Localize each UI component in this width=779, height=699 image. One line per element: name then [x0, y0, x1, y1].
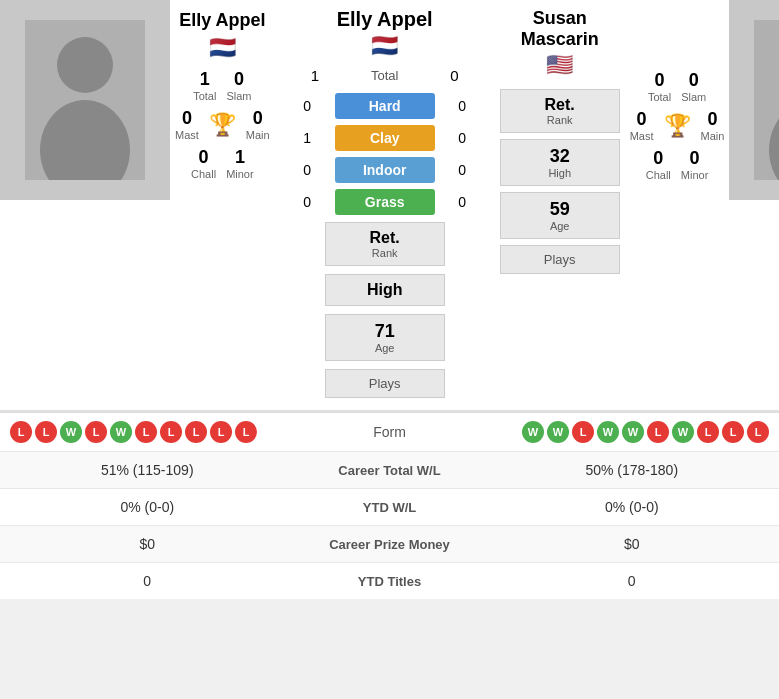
ytd-titles-label: YTD Titles — [280, 574, 500, 589]
player2-name-top: SusanMascarin — [521, 8, 599, 50]
ytd-wl-label: YTD W/L — [280, 500, 500, 515]
player2-main: 0 Main — [701, 109, 725, 142]
player1-career-wl: 51% (115-109) — [15, 462, 280, 478]
form-ball-r9: L — [722, 421, 744, 443]
player1-plays-box: Plays — [325, 369, 445, 398]
player1-ytd-wl: 0% (0-0) — [15, 499, 280, 515]
form-ball-7: L — [160, 421, 182, 443]
player2-chall: 0 Chall — [646, 148, 671, 181]
ytd-wl-row: 0% (0-0) YTD W/L 0% (0-0) — [0, 488, 779, 525]
player2-age-box: 59 Age — [500, 192, 620, 239]
player2-detail: 0 Total 0 Slam 0 Mast 🏆 0 Main — [625, 0, 730, 410]
form-ball-3: W — [60, 421, 82, 443]
prize-money-row: $0 Career Prize Money $0 — [0, 525, 779, 562]
clay-button: Clay — [335, 125, 435, 151]
form-ball-r4: W — [597, 421, 619, 443]
player1-main: 0 Main — [246, 108, 270, 141]
center-column: Elly Appel 🇳🇱 1 Total 0 0 Hard 0 1 Clay … — [275, 0, 495, 410]
ytd-titles-row: 0 YTD Titles 0 — [0, 562, 779, 599]
player1-trophy-icon: 🏆 — [209, 112, 236, 138]
form-row: L L W L W L L L L L Form W W L W W L W L… — [0, 412, 779, 451]
form-ball-2: L — [35, 421, 57, 443]
player1-total: 1 Total — [193, 69, 216, 102]
form-ball-10: L — [235, 421, 257, 443]
player2-rank-box: Ret. Rank — [500, 89, 620, 133]
player2-trophy-icon: 🏆 — [664, 113, 691, 139]
center-player1-name: Elly Appel — [337, 8, 433, 31]
career-wl-label: Career Total W/L — [280, 463, 500, 478]
hard-button: Hard — [335, 93, 435, 119]
player1-photo — [0, 0, 170, 200]
surface-clay-row: 1 Clay 0 — [295, 125, 475, 151]
player1-form: L L W L W L L L L L — [10, 421, 330, 443]
total-right-val: 0 — [450, 67, 458, 84]
surface-indoor-row: 0 Indoor 0 — [295, 157, 475, 183]
form-ball-5: W — [110, 421, 132, 443]
player2-flag: 🇺🇸 — [546, 52, 573, 78]
player2-mast: 0 Mast — [630, 109, 654, 142]
player2-minor: 0 Minor — [681, 148, 709, 181]
total-label: Total — [371, 68, 398, 83]
player1-slam: 0 Slam — [226, 69, 251, 102]
form-ball-r1: W — [522, 421, 544, 443]
total-left-val: 1 — [311, 67, 319, 84]
player1-rank-box: Ret. Rank — [325, 222, 445, 266]
form-ball-r8: L — [697, 421, 719, 443]
player1-mast: 0 Mast — [175, 108, 199, 141]
player2-slam: 0 Slam — [681, 70, 706, 103]
svg-point-1 — [57, 37, 113, 93]
player1-flag: 🇳🇱 — [209, 35, 236, 61]
player1-chall: 0 Chall — [191, 147, 216, 180]
player2-photo — [729, 0, 779, 200]
player2-total: 0 Total — [648, 70, 671, 103]
form-ball-r5: W — [622, 421, 644, 443]
form-ball-r7: W — [672, 421, 694, 443]
player2-form: W W L W W L W L L L — [450, 421, 770, 443]
player2-career-wl: 50% (178-180) — [500, 462, 765, 478]
form-ball-9: L — [210, 421, 232, 443]
player1-age-box: 71 Age — [325, 314, 445, 361]
player2-high-box: 32 High — [500, 139, 620, 186]
form-label: Form — [330, 424, 450, 440]
indoor-button: Indoor — [335, 157, 435, 183]
player1-high-box: High — [325, 274, 445, 306]
form-ball-6: L — [135, 421, 157, 443]
player2-plays-box: Plays — [500, 245, 620, 274]
player1-name: Elly Appel — [179, 10, 265, 31]
player2-prize: $0 — [500, 536, 765, 552]
form-ball-4: L — [85, 421, 107, 443]
surface-hard-row: 0 Hard 0 — [295, 93, 475, 119]
prize-label: Career Prize Money — [280, 537, 500, 552]
player1-detail: Elly Appel 🇳🇱 1 Total 0 Slam 0 Mast 🏆 — [170, 0, 275, 410]
surface-grass-row: 0 Grass 0 — [295, 189, 475, 215]
form-ball-r6: L — [647, 421, 669, 443]
form-ball-r3: L — [572, 421, 594, 443]
stats-section: 51% (115-109) Career Total W/L 50% (178-… — [0, 451, 779, 599]
player1-minor: 1 Minor — [226, 147, 254, 180]
player2-ytd-wl: 0% (0-0) — [500, 499, 765, 515]
player1-ytd-titles: 0 — [15, 573, 280, 589]
grass-button: Grass — [335, 189, 435, 215]
player1-prize: $0 — [15, 536, 280, 552]
center-player1-flag: 🇳🇱 — [371, 33, 398, 59]
form-ball-8: L — [185, 421, 207, 443]
form-ball-r10: L — [747, 421, 769, 443]
form-ball-r2: W — [547, 421, 569, 443]
form-ball-1: L — [10, 421, 32, 443]
main-container: Elly Appel 🇳🇱 1 Total 0 Slam 0 Mast 🏆 — [0, 0, 779, 599]
player2-ytd-titles: 0 — [500, 573, 765, 589]
player2-stats: SusanMascarin 🇺🇸 Ret. Rank 32 High 59 Ag… — [495, 0, 625, 410]
career-wl-row: 51% (115-109) Career Total W/L 50% (178-… — [0, 451, 779, 488]
